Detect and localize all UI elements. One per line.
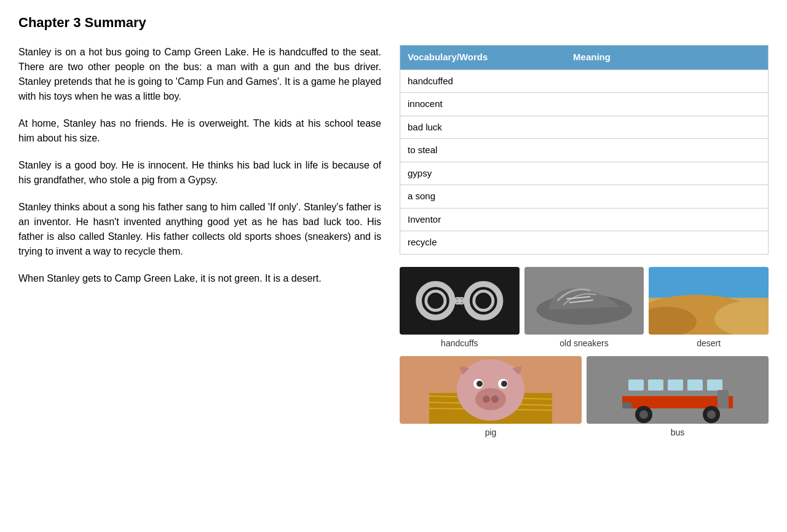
images-bottom-row: pig [400, 356, 769, 439]
svg-rect-32 [707, 379, 722, 391]
vocab-meaning [566, 162, 768, 185]
vocab-meaning [566, 139, 768, 162]
vocab-row: a song [400, 185, 769, 208]
svg-rect-29 [648, 379, 663, 391]
handcuffs-caption: handcuffs [400, 337, 520, 350]
vocab-meaning [566, 208, 768, 231]
image-sneakers-item: old sneakers [524, 267, 644, 350]
svg-rect-30 [668, 379, 683, 391]
vocab-meaning [566, 93, 768, 116]
vocab-row: innocent [400, 93, 769, 116]
vocab-meaning [566, 69, 768, 93]
vocab-word: Inventor [400, 208, 566, 231]
paragraph-5: When Stanley gets to Camp Green Lake, it… [18, 271, 381, 286]
vocab-word: recycle [400, 231, 566, 255]
vocab-meaning [566, 116, 768, 139]
svg-rect-28 [628, 379, 644, 391]
svg-point-23 [477, 381, 483, 387]
sneakers-image [524, 267, 644, 335]
main-layout: Stanley is on a hot bus going to Camp Gr… [18, 45, 769, 439]
paragraph-4: Stanley thinks about a song his father s… [18, 200, 381, 259]
svg-point-2 [467, 284, 500, 317]
page-title: Chapter 3 Summary [18, 12, 769, 33]
desert-caption: desert [649, 337, 769, 350]
vocab-meaning [566, 185, 768, 208]
paragraph-3: Stanley is a good boy. He is innocent. H… [18, 158, 381, 188]
svg-point-19 [475, 388, 506, 410]
vocab-word: bad luck [400, 116, 566, 139]
vocab-row: handcuffed [400, 69, 769, 93]
left-column: Stanley is on a hot bus going to Camp Gr… [18, 45, 381, 298]
vocab-word: handcuffed [400, 69, 566, 93]
svg-point-20 [483, 395, 490, 403]
vocab-row: Inventor [400, 208, 769, 231]
svg-point-34 [639, 410, 648, 419]
paragraph-2: At home, Stanley has no friends. He is o… [18, 116, 381, 146]
paragraph-1: Stanley is on a hot bus going to Camp Gr… [18, 45, 381, 104]
svg-rect-10 [649, 268, 769, 298]
svg-point-21 [491, 395, 499, 403]
svg-point-3 [474, 291, 493, 310]
bus-caption: bus [587, 426, 769, 439]
images-top-row: handcuffs old sneakers [400, 267, 769, 350]
handcuffs-image [400, 267, 520, 335]
image-bus-item: bus [587, 356, 769, 439]
svg-point-0 [419, 284, 453, 317]
vocab-row: gypsy [400, 162, 769, 185]
svg-point-1 [426, 291, 445, 310]
svg-rect-37 [718, 390, 729, 408]
image-handcuffs-item: handcuffs [400, 267, 520, 350]
svg-point-36 [707, 410, 716, 419]
vocab-meaning [566, 231, 768, 255]
svg-rect-38 [622, 402, 631, 408]
right-column: Vocabulary/Words Meaning handcuffedinnoc… [400, 45, 769, 439]
desert-image [649, 267, 769, 335]
svg-rect-31 [687, 379, 703, 391]
pig-image [400, 356, 582, 424]
svg-point-25 [501, 381, 507, 387]
col-header-words: Vocabulary/Words [400, 46, 566, 70]
vocab-word: a song [400, 185, 566, 208]
vocab-word: innocent [400, 93, 566, 116]
vocab-row: to steal [400, 139, 769, 162]
image-pig-item: pig [400, 356, 582, 439]
pig-caption: pig [400, 426, 582, 439]
vocab-row: recycle [400, 231, 769, 255]
vocab-word: gypsy [400, 162, 566, 185]
svg-rect-27 [622, 396, 733, 408]
image-desert-item: desert [649, 267, 769, 350]
sneakers-caption: old sneakers [524, 337, 644, 350]
vocab-word: to steal [400, 139, 566, 162]
vocabulary-table: Vocabulary/Words Meaning handcuffedinnoc… [400, 45, 769, 255]
bus-image [587, 356, 769, 424]
col-header-meaning: Meaning [566, 46, 768, 70]
vocab-row: bad luck [400, 116, 769, 139]
